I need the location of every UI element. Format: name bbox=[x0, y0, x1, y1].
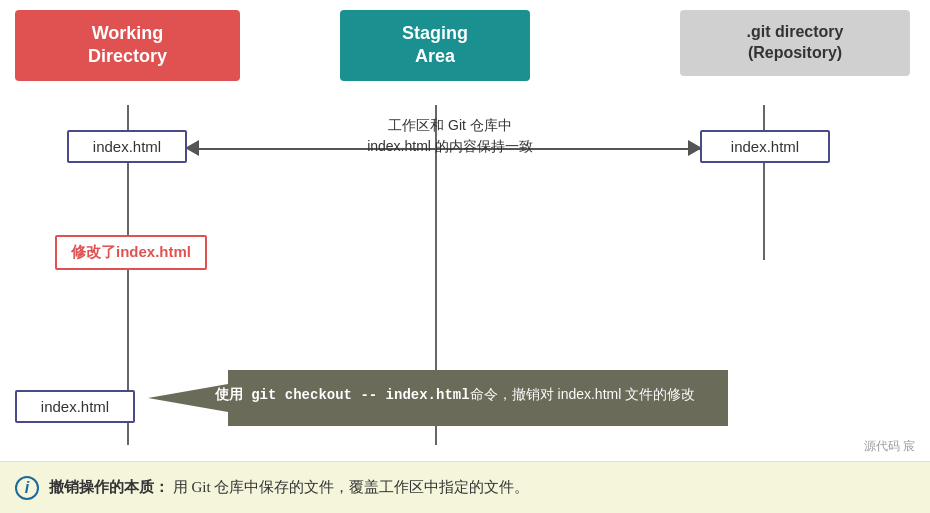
info-icon: i bbox=[15, 476, 39, 500]
file-index-bottom: index.html bbox=[15, 390, 135, 423]
git-directory-header: .git directory (Repository) bbox=[680, 10, 910, 76]
file-index-top: index.html bbox=[67, 130, 187, 163]
staging-area-header: Staging Area bbox=[340, 10, 530, 81]
modified-label: 修改了index.html bbox=[55, 235, 207, 270]
working-directory-header: Working Directory bbox=[15, 10, 240, 81]
arrow-top-label: 工作区和 Git 仓库中 index.html 的内容保持一致 bbox=[250, 115, 650, 157]
info-bar: i 撤销操作的本质： 用 Git 仓库中保存的文件，覆盖工作区中指定的文件。 bbox=[0, 461, 930, 513]
checkout-label: 使用 git checkout -- index.html命令，撤销对 inde… bbox=[200, 385, 710, 406]
file-index-git: index.html bbox=[700, 130, 830, 163]
arrowhead-left bbox=[185, 140, 199, 156]
arrowhead-right bbox=[688, 140, 702, 156]
watermark: 源代码 宸 bbox=[864, 438, 915, 455]
vertical-line-git bbox=[763, 105, 765, 260]
info-text: 撤销操作的本质： 用 Git 仓库中保存的文件，覆盖工作区中指定的文件。 bbox=[49, 478, 529, 497]
diagram-area: Working Directory Staging Area .git dire… bbox=[0, 0, 930, 513]
